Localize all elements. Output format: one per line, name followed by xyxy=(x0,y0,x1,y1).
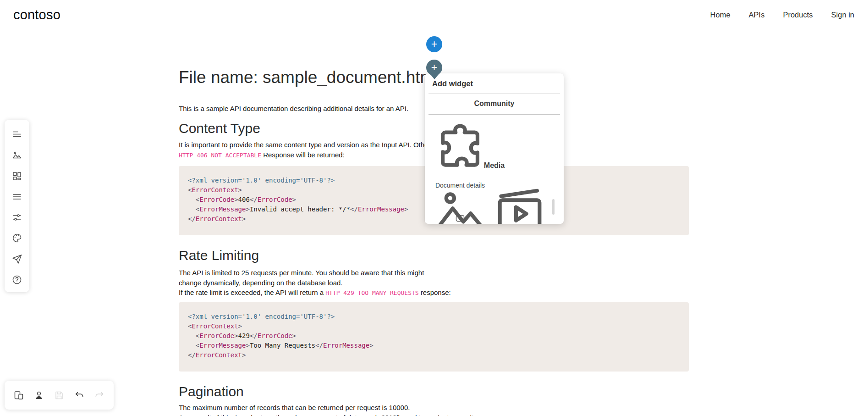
section-heading-pagination: Pagination xyxy=(179,384,244,399)
add-widget-button-active[interactable]: + xyxy=(426,60,442,76)
add-widget-popup: Add widget Community Document details Me… xyxy=(425,73,564,224)
popup-scrollbar-thumb[interactable] xyxy=(552,199,555,215)
inline-code-429: HTTP 429 TOO MANY REQUESTS xyxy=(325,289,419,296)
widget-item-video-player[interactable]: Video player xyxy=(490,180,549,224)
pagination-paragraph: The maximum number of records that can b… xyxy=(179,403,475,416)
section-heading-content-type: Content Type xyxy=(179,121,260,136)
styles-palette-icon[interactable] xyxy=(11,233,22,244)
editor-side-toolbar xyxy=(5,120,29,292)
media-icon[interactable] xyxy=(11,150,22,161)
nav-link-sign-in[interactable]: Sign in xyxy=(831,11,854,19)
nav-link-products[interactable]: Products xyxy=(783,11,813,19)
viewport-devices-icon[interactable] xyxy=(13,390,24,401)
popup-section-community: Community xyxy=(425,100,564,108)
inline-code-406: HTTP 406 NOT ACCEPTABLE xyxy=(179,152,261,159)
top-navigation: Home APIs Products Sign in xyxy=(710,0,854,29)
add-widget-button-top[interactable]: + xyxy=(426,36,442,52)
intro-paragraph: This is a sample API documentation descr… xyxy=(179,104,408,114)
divider xyxy=(429,175,560,175)
nav-link-apis[interactable]: APIs xyxy=(749,11,765,19)
site-settings-icon[interactable] xyxy=(11,212,22,223)
plus-icon: + xyxy=(431,62,437,73)
divider xyxy=(429,114,560,115)
content-type-paragraph: It is important to provide the same cont… xyxy=(179,140,428,160)
brand-logo[interactable]: contoso xyxy=(13,7,60,22)
page-title: File name: sample_document.html xyxy=(179,68,438,87)
widget-item-document-details[interactable]: Document details xyxy=(430,120,490,189)
section-heading-rate-limiting: Rate Limiting xyxy=(179,248,259,263)
view-as-user-icon[interactable] xyxy=(33,390,44,401)
popup-pointer xyxy=(430,74,439,79)
youtube-icon xyxy=(430,213,490,224)
editor-bottom-toolbar xyxy=(5,381,114,410)
divider xyxy=(429,94,560,94)
text-widget-icon[interactable] xyxy=(11,129,22,140)
code-block-429: <?xml version='1.0' encoding='UTF-8'?><E… xyxy=(179,302,689,372)
plus-icon: + xyxy=(431,39,437,50)
puzzle-icon xyxy=(430,120,490,179)
widget-item-clipped[interactable] xyxy=(430,213,490,224)
nav-link-home[interactable]: Home xyxy=(710,11,731,19)
layout-icon[interactable] xyxy=(11,171,22,182)
popup-section-media: Media xyxy=(425,161,564,170)
save-icon[interactable] xyxy=(54,390,65,401)
navigation-icon[interactable] xyxy=(11,191,22,202)
publish-icon[interactable] xyxy=(11,254,22,265)
undo-icon[interactable] xyxy=(74,390,85,401)
popup-title: Add widget xyxy=(432,79,473,88)
help-icon[interactable] xyxy=(11,274,22,285)
video-player-icon xyxy=(490,180,549,224)
redo-icon[interactable] xyxy=(94,390,105,401)
rate-limiting-paragraph: The API is limited to 25 requests per mi… xyxy=(179,268,451,298)
portal-editor-page: contoso Home APIs Products Sign in File … xyxy=(0,0,868,416)
